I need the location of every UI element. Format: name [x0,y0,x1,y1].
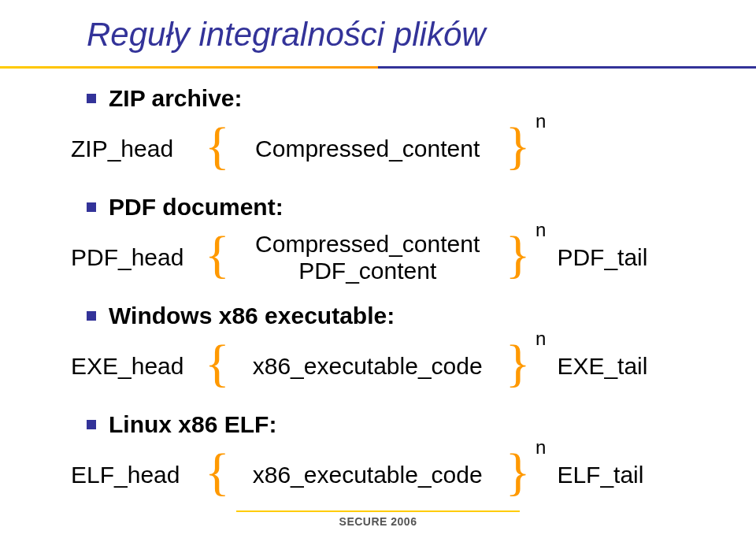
brace-right-icon: } [506,117,531,174]
bullet-icon [87,420,96,429]
exe-exponent: n [536,328,546,350]
bullet-icon [87,311,96,321]
bullet-icon [87,202,96,212]
elf-head: ELF_head [71,462,205,488]
exe-head: EXE_head [71,353,205,380]
section-elf-label: Linux x86 ELF: [109,411,276,438]
section-elf-header: Linux x86 ELF: [87,411,717,438]
pdf-middle-bottom: PDF_content [298,258,436,285]
elf-exponent: n [536,436,546,458]
zip-middle: Compressed_content [230,136,506,162]
title-underline [0,66,756,69]
pdf-tail: PDF_tail [557,244,647,271]
zip-exponent: n [536,110,546,132]
brace-right-icon: } [506,334,531,392]
bullet-icon [87,94,96,103]
elf-tail: ELF_tail [557,462,643,488]
footer: SECURE 2006 [0,510,756,528]
pdf-head: PDF_head [71,244,205,271]
zip-head: ZIP_head [71,136,205,162]
brace-right-wrap: } n [506,232,531,284]
footer-line [236,510,520,512]
elf-middle: x86_executable_code [230,462,506,488]
pdf-middle: Compressed_content PDF_content [230,231,506,285]
section-exe-header: Windows x86 executable: [87,303,717,329]
brace-right-icon: } [506,225,531,283]
brace-left-icon: { [205,228,230,280]
section-pdf-label: PDF document: [109,194,284,221]
slide: Reguły integralności plików ZIP archive:… [0,0,756,542]
pdf-middle-top: Compressed_content [255,231,480,258]
brace-right-icon: } [506,443,531,500]
brace-right-wrap: } n [506,123,531,175]
exe-middle: x86_executable_code [230,353,506,380]
brace-left-icon: { [205,337,230,389]
content-area: ZIP archive: ZIP_head { Compressed_conte… [55,85,717,506]
brace-right-wrap: } n [506,340,531,392]
pdf-exponent: n [536,219,546,241]
footer-text: SECURE 2006 [0,515,756,528]
brace-right-wrap: } n [506,449,531,501]
brace-left-icon: { [205,120,230,172]
formula-elf: ELF_head { x86_executable_code } n ELF_t… [71,444,717,506]
section-pdf-header: PDF document: [87,194,717,221]
formula-exe: EXE_head { x86_executable_code } n EXE_t… [71,336,717,397]
slide-title: Reguły integralności plików [87,16,717,54]
formula-pdf: PDF_head { Compressed_content PDF_conten… [71,227,717,288]
section-zip-label: ZIP archive: [109,85,243,112]
brace-left-icon: { [205,446,230,498]
exe-tail: EXE_tail [557,353,647,380]
formula-zip: ZIP_head { Compressed_content } n [71,118,717,180]
section-exe-label: Windows x86 executable: [109,303,395,329]
section-zip-header: ZIP archive: [87,85,717,112]
